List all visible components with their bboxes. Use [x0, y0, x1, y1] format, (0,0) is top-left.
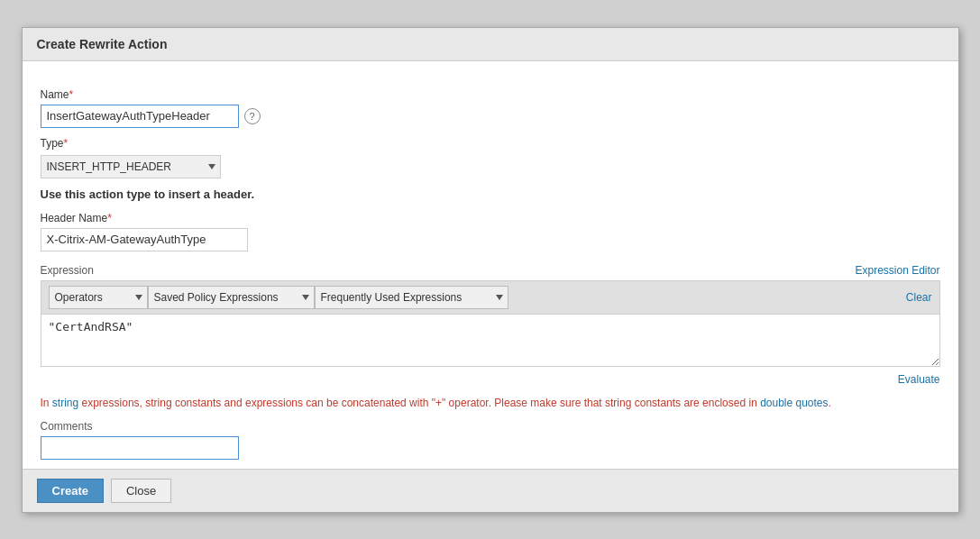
name-label: Name*: [41, 88, 940, 101]
clear-link[interactable]: Clear: [906, 291, 932, 304]
frequently-used-select[interactable]: Frequently Used Expressions: [315, 286, 508, 309]
action-hint: Use this action type to insert a header.: [41, 187, 940, 201]
double-quotes-link[interactable]: double quotes: [760, 397, 828, 409]
dialog-title: Create Rewrite Action: [23, 28, 958, 61]
expression-label: Expression: [41, 264, 94, 277]
header-name-input[interactable]: [41, 228, 248, 251]
comments-input[interactable]: [41, 436, 239, 460]
expression-editor-link[interactable]: Expression Editor: [855, 264, 939, 277]
comments-label: Comments: [41, 420, 940, 433]
create-rewrite-action-dialog: Create Rewrite Action Name* ? Type* INSE…: [22, 27, 959, 513]
comments-section: Comments: [41, 420, 940, 460]
expression-header: Expression Expression Editor: [41, 264, 940, 277]
expression-toolbar: Operators Saved Policy Expressions Frequ…: [41, 280, 940, 314]
expression-textarea[interactable]: "CertAndRSA": [41, 314, 940, 367]
expression-section: Expression Expression Editor Operators S…: [41, 264, 940, 386]
string-link[interactable]: string: [52, 397, 78, 409]
close-button[interactable]: Close: [111, 479, 171, 503]
name-input[interactable]: [41, 105, 239, 128]
help-icon[interactable]: ?: [244, 108, 261, 124]
saved-policy-select[interactable]: Saved Policy Expressions: [148, 286, 315, 309]
info-text: In string expressions, string constants …: [41, 395, 940, 411]
type-select[interactable]: INSERT_HTTP_HEADER: [41, 155, 221, 178]
header-name-label: Header Name*: [41, 212, 940, 224]
type-label: Type*: [41, 137, 940, 150]
evaluate-row: Evaluate: [41, 373, 940, 386]
dialog-body: Name* ? Type* INSERT_HTTP_HEADER Use thi…: [23, 61, 958, 469]
operators-select[interactable]: Operators: [49, 286, 148, 309]
evaluate-link[interactable]: Evaluate: [898, 373, 940, 386]
dialog-footer: Create Close: [23, 469, 958, 512]
create-button[interactable]: Create: [37, 479, 104, 503]
